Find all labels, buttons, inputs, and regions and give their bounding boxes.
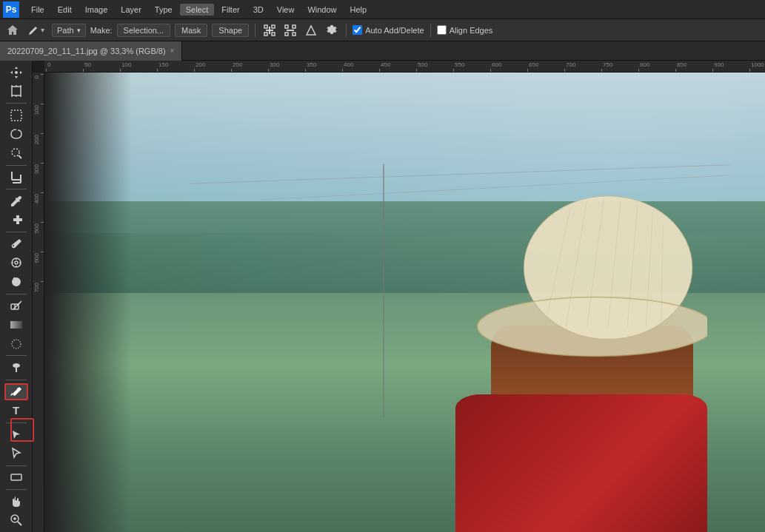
separator (6, 380, 27, 380)
shape-tool[interactable] (4, 469, 28, 487)
svg-point-11 (15, 71, 18, 74)
move-tool[interactable] (4, 64, 28, 81)
shape-button[interactable]: Shape (212, 24, 249, 37)
eyedropper-tool[interactable] (4, 192, 28, 210)
svg-rect-8 (293, 25, 295, 28)
document-tab[interactable]: 20220709_20_11_11.jpg @ 33,3% (RGB/8) × (0, 41, 182, 61)
marquee-tool[interactable] (4, 107, 28, 124)
eraser-tool[interactable] (4, 297, 28, 315)
clone-tool[interactable] (4, 255, 28, 272)
photo-canvas (44, 73, 765, 532)
menu-edit[interactable]: Edit (52, 4, 78, 16)
svg-rect-10 (285, 33, 288, 36)
healing-tool[interactable] (4, 212, 28, 229)
svg-line-31 (17, 301, 21, 306)
separator-1 (255, 24, 255, 37)
svg-rect-9 (293, 33, 295, 36)
dodge-tool[interactable] (4, 359, 28, 377)
canvas-row: 0 100 200 300 400 500 600 700 (33, 73, 765, 532)
svg-rect-3 (272, 25, 275, 28)
ruler-tick-v: 100 (33, 104, 44, 133)
ruler-h-ticks: 0 50 100 150 200 250 300 350 400 450 500… (44, 61, 765, 73)
gradient-tool[interactable] (4, 316, 28, 334)
svg-point-23 (15, 261, 18, 264)
menu-file[interactable]: File (25, 4, 50, 16)
lasso-tool[interactable] (4, 126, 28, 144)
crop-tool[interactable] (4, 169, 28, 186)
path-type-dropdown[interactable]: Path ▾ (52, 24, 86, 37)
mask-button[interactable]: Mask (175, 24, 207, 37)
separator (6, 103, 27, 104)
menu-filter[interactable]: Filter (216, 4, 245, 16)
toolbar: T (0, 61, 33, 532)
ruler-v-ticks: 0 100 200 300 400 500 600 700 (33, 73, 44, 311)
ruler-tick-v: 0 (33, 74, 44, 104)
menu-image[interactable]: Image (79, 4, 114, 16)
separator (6, 189, 27, 189)
gear-settings-btn[interactable] (324, 22, 340, 38)
align-edges-label: Align Edges (450, 26, 493, 35)
menu-3d[interactable]: 3D (247, 4, 270, 16)
make-label: Make: (90, 26, 113, 35)
svg-rect-2 (264, 25, 267, 28)
app-logo: Ps (3, 1, 19, 18)
separator (6, 422, 27, 423)
ruler-tick: 800 (638, 61, 675, 73)
zoom-tool[interactable] (4, 512, 28, 530)
home-button[interactable] (4, 22, 21, 38)
ruler-tick: 250 (231, 61, 268, 73)
selection-button[interactable]: Selection... (117, 24, 170, 37)
separator-3 (430, 24, 431, 37)
quick-select-tool[interactable] (4, 144, 28, 162)
type-tool[interactable]: T (4, 402, 28, 420)
svg-rect-1 (269, 27, 270, 34)
ruler-tick: 150 (157, 61, 194, 73)
align-edges-checkbox[interactable] (437, 25, 447, 35)
separator (6, 232, 27, 232)
ruler-tick-v: 300 (33, 163, 44, 192)
separator (6, 465, 27, 466)
menu-type[interactable]: Type (149, 4, 178, 16)
photo-jacket (455, 394, 708, 532)
ruler-tick: 1000 (749, 61, 765, 73)
auto-add-delete-checkbox[interactable] (353, 25, 362, 35)
brush-tool[interactable] (4, 235, 28, 253)
artboard-tool[interactable] (4, 83, 28, 101)
delete-anchor-btn[interactable] (282, 22, 298, 38)
options-bar: ▾ Path ▾ Make: Selection... Mask Shape A… (0, 19, 765, 41)
ruler-tick: 550 (453, 61, 490, 73)
menu-layer[interactable]: Layer (115, 4, 147, 16)
add-anchor-btn[interactable] (261, 22, 278, 38)
auto-add-delete-group: Auto Add/Delete (353, 25, 424, 35)
pen-tool[interactable] (4, 383, 28, 401)
ruler-tick: 300 (268, 61, 305, 73)
path-select-tool[interactable] (4, 426, 28, 444)
svg-rect-19 (11, 110, 21, 121)
svg-rect-7 (285, 25, 288, 28)
ruler-tick-v: 400 (33, 192, 44, 222)
menu-window[interactable]: Window (301, 4, 342, 16)
canvas-area[interactable] (44, 73, 765, 532)
ruler-vertical: 0 100 200 300 400 500 600 700 (33, 73, 44, 532)
hand-tool[interactable] (4, 493, 28, 511)
pen-tool-options[interactable]: ▾ (25, 24, 47, 37)
ruler-tick-v: 500 (33, 222, 44, 252)
ruler-tick: 50 (83, 61, 120, 73)
history-brush-tool[interactable] (4, 273, 28, 291)
tab-close-btn[interactable]: × (170, 47, 175, 55)
direct-select-tool[interactable] (4, 445, 28, 462)
ruler-tick: 0 (46, 61, 83, 73)
ruler-tick: 850 (675, 61, 712, 73)
ruler-horizontal: 0 50 100 150 200 250 300 350 400 450 500… (44, 61, 765, 73)
svg-rect-37 (11, 474, 21, 480)
svg-rect-32 (10, 321, 22, 329)
ruler-tick: 600 (490, 61, 527, 73)
blur-tool[interactable] (4, 335, 28, 353)
tab-title: 20220709_20_11_11.jpg @ 33,3% (RGB/8) (7, 47, 166, 55)
menu-select[interactable]: Select (180, 4, 215, 16)
svg-line-39 (18, 522, 21, 525)
svg-point-36 (17, 388, 20, 391)
menu-view[interactable]: View (271, 4, 301, 16)
corner-point-btn[interactable] (303, 22, 319, 38)
menu-help[interactable]: Help (344, 4, 373, 16)
